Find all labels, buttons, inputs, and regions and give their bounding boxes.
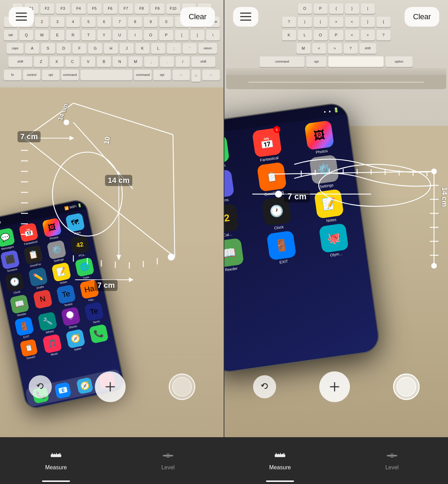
- svg-line-3: [173, 135, 175, 257]
- svg-rect-32: [16, 16, 27, 17]
- right-controls: Clear: [224, 0, 448, 34]
- right-measure-7cm: 7 cm: [284, 191, 310, 202]
- level-icon-right: [387, 451, 397, 462]
- left-measure-label: Measure: [45, 464, 67, 471]
- level-icon-left: [163, 451, 173, 462]
- menu-icon: [16, 13, 27, 21]
- measure-icon-left: [51, 451, 61, 462]
- undo-icon-right: [260, 382, 270, 392]
- left-level-label: Level: [161, 464, 175, 471]
- svg-point-81: [391, 455, 393, 456]
- right-tab-indicator: [266, 481, 294, 482]
- left-undo-button[interactable]: [29, 375, 52, 398]
- svg-marker-28: [129, 278, 133, 282]
- right-measure-label: Measure: [269, 464, 291, 471]
- left-panel: esc F1 F2 F3 F4 F5 F6 F7 F8 F9 F10 F11: [0, 0, 224, 437]
- add-icon-right: [328, 380, 342, 394]
- tab-bar: Measure Level: [0, 437, 448, 484]
- left-controls: Clear: [0, 0, 224, 34]
- svg-point-22: [66, 311, 74, 318]
- right-panel: O P { } | ? ) ( > < }: [224, 0, 448, 437]
- svg-rect-66: [54, 454, 55, 455]
- svg-point-57: [431, 263, 437, 269]
- left-menu-button[interactable]: [9, 7, 34, 27]
- svg-rect-61: [240, 20, 251, 21]
- svg-point-56: [431, 169, 437, 174]
- left-shutter-button[interactable]: [169, 373, 195, 400]
- left-measure-7cm-bottom: 7 cm: [94, 280, 118, 291]
- right-tab-level[interactable]: Level: [336, 437, 448, 484]
- left-tab-measure[interactable]: Measure: [0, 437, 112, 484]
- svg-line-2: [74, 103, 173, 135]
- svg-rect-73: [275, 454, 285, 457]
- svg-rect-31: [16, 13, 27, 14]
- app-container: esc F1 F2 F3 F4 F5 F6 F7 F8 F9 F10 F11: [0, 0, 448, 484]
- svg-rect-59: [240, 13, 251, 14]
- left-bottom-controls: [0, 371, 224, 402]
- right-add-button[interactable]: [319, 371, 350, 402]
- svg-rect-74: [276, 453, 276, 455]
- menu-icon-right: [240, 13, 251, 21]
- svg-point-72: [167, 455, 169, 456]
- measure-icon-right: [275, 451, 285, 462]
- svg-point-20: [52, 152, 122, 236]
- left-tab-level[interactable]: Level: [112, 437, 224, 484]
- undo-icon: [35, 382, 45, 392]
- right-clear-button[interactable]: Clear: [405, 7, 439, 27]
- left-measure-14cm-diag: 14 cm: [105, 175, 132, 186]
- svg-rect-77: [282, 454, 283, 455]
- svg-marker-30: [117, 255, 120, 259]
- left-measure-7cm-top: 7 cm: [18, 131, 41, 142]
- svg-line-0: [24, 138, 175, 257]
- right-shutter-button[interactable]: [393, 373, 420, 400]
- left-tab-indicator: [42, 481, 70, 482]
- right-tab-measure[interactable]: Measure: [224, 437, 336, 484]
- svg-rect-64: [51, 454, 61, 457]
- svg-point-58: [319, 164, 431, 206]
- screens-row: esc F1 F2 F3 F4 F5 F6 F7 F8 F9 F10 F11: [0, 0, 448, 437]
- svg-rect-75: [278, 454, 279, 455]
- shutter-inner-right: [397, 377, 416, 397]
- svg-rect-76: [280, 453, 281, 455]
- left-clear-button[interactable]: Clear: [180, 7, 215, 27]
- left-measure-10: 10: [103, 136, 112, 145]
- svg-point-55: [275, 191, 282, 198]
- svg-point-24: [64, 120, 69, 125]
- svg-rect-68: [58, 454, 59, 455]
- right-undo-button[interactable]: [253, 375, 276, 398]
- add-icon: [103, 380, 117, 394]
- svg-point-23: [168, 254, 175, 261]
- right-level-label: Level: [385, 464, 399, 471]
- svg-rect-60: [240, 16, 251, 17]
- svg-rect-78: [284, 453, 284, 455]
- right-menu-button[interactable]: [233, 7, 258, 27]
- svg-rect-69: [59, 453, 60, 455]
- shutter-inner: [172, 377, 192, 397]
- svg-marker-26: [70, 136, 74, 140]
- svg-rect-67: [56, 453, 57, 455]
- left-add-button[interactable]: [95, 371, 126, 402]
- right-bottom-controls: [224, 371, 448, 402]
- svg-rect-65: [52, 453, 52, 455]
- svg-rect-33: [16, 20, 27, 21]
- right-measure-14cm: 14 cm: [441, 187, 448, 207]
